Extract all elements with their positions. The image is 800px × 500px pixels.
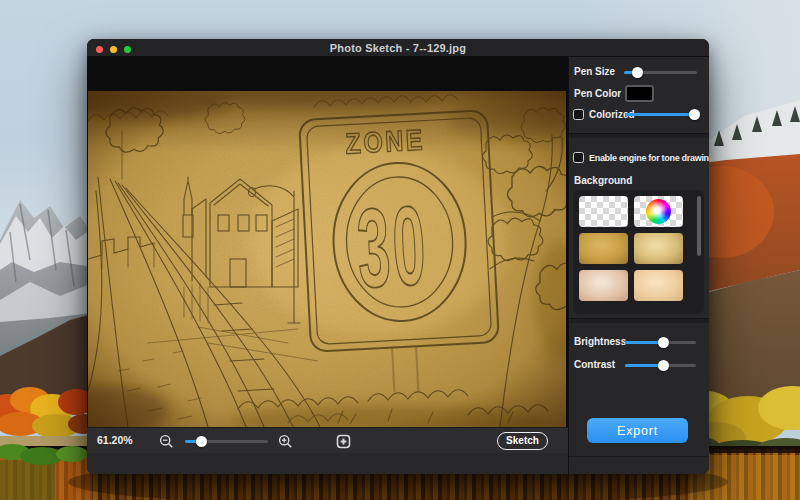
background-thumb-transparent[interactable]	[579, 196, 628, 227]
thumbnails-scrollbar[interactable]	[697, 196, 701, 256]
zoom-level-text: 61.20%	[97, 428, 133, 453]
zoom-out-icon[interactable]	[159, 434, 174, 449]
section-divider	[569, 318, 709, 323]
bottom-strip	[87, 453, 568, 474]
slider-thumb[interactable]	[689, 109, 700, 120]
canvas-toolbar: 61.20%	[87, 427, 568, 453]
slider-fill	[625, 113, 695, 116]
pen-color-label: Pen Color	[574, 88, 621, 99]
colorized-checkbox[interactable]	[573, 109, 584, 120]
sketch-button[interactable]: Sketch	[497, 432, 548, 450]
slider-thumb[interactable]	[658, 337, 669, 348]
fit-to-view-icon[interactable]	[336, 434, 351, 449]
tone-engine-checkbox[interactable]	[573, 152, 584, 163]
colorized-slider[interactable]	[625, 108, 700, 120]
zoom-in-icon[interactable]	[278, 434, 293, 449]
desktop: Photo Sketch - 7--129.jpg	[0, 0, 800, 500]
brightness-label: Brightness	[574, 336, 626, 347]
canvas-zoom-slider[interactable]	[185, 435, 268, 447]
photo-sketch-window: Photo Sketch - 7--129.jpg	[87, 39, 709, 474]
pen-color-swatch[interactable]	[625, 85, 654, 102]
section-divider	[569, 133, 709, 138]
controls-panel: Pen Size Pen Color Colorized Enabl	[568, 57, 709, 474]
background-thumb-parchment-gold[interactable]	[579, 233, 628, 264]
titlebar[interactable]: Photo Sketch - 7--129.jpg	[87, 39, 709, 57]
export-button[interactable]: Export	[587, 418, 688, 443]
tone-engine-label: Enable engine for tone drawing	[589, 153, 709, 163]
background-thumbnails	[573, 190, 704, 314]
contrast-label: Contrast	[574, 359, 615, 370]
background-thumb-color-wheel[interactable]	[634, 196, 683, 227]
background-thumb-parchment-peach[interactable]	[634, 270, 683, 301]
panel-footline	[569, 456, 709, 457]
background-thumb-parchment-light[interactable]	[634, 233, 683, 264]
pen-size-slider[interactable]	[624, 66, 697, 78]
background-thumb-marble-rose[interactable]	[579, 270, 628, 301]
canvas-view[interactable]: ZONE 30	[87, 57, 568, 427]
sketch-image[interactable]: ZONE 30	[88, 91, 566, 427]
pen-size-label: Pen Size	[574, 66, 615, 77]
slider-thumb[interactable]	[658, 360, 669, 371]
brightness-slider[interactable]	[625, 336, 696, 348]
contrast-slider[interactable]	[625, 359, 696, 371]
slider-thumb[interactable]	[196, 436, 207, 447]
background-label: Background	[574, 175, 632, 186]
window-title: Photo Sketch - 7--129.jpg	[87, 39, 709, 57]
slider-thumb[interactable]	[632, 67, 643, 78]
color-wheel-icon	[646, 199, 671, 224]
